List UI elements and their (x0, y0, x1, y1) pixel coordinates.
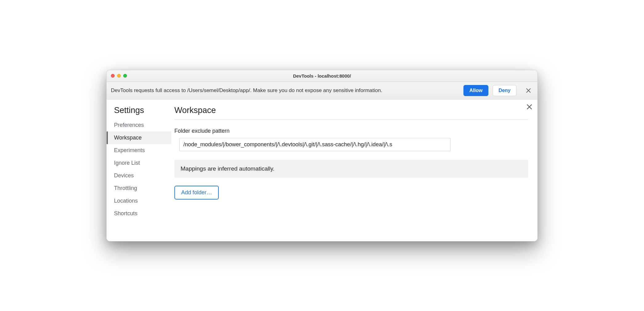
exclude-pattern-label: Folder exclude pattern (174, 128, 528, 134)
close-icon (527, 104, 532, 109)
window-zoom-button[interactable] (123, 74, 127, 78)
settings-nav: Preferences Workspace Experiments Ignore… (107, 119, 171, 220)
sidebar-item-ignore-list[interactable]: Ignore List (107, 157, 171, 169)
infobar-close-button[interactable] (524, 86, 533, 95)
window-minimize-button[interactable] (117, 74, 121, 78)
settings-main: Workspace Folder exclude pattern Mapping… (171, 99, 537, 241)
window-close-button[interactable] (111, 74, 115, 78)
sidebar-item-locations[interactable]: Locations (107, 195, 171, 207)
allow-button[interactable]: Allow (463, 85, 488, 96)
settings-sidebar: Settings Preferences Workspace Experimen… (107, 99, 171, 241)
add-folder-button[interactable]: Add folder… (174, 186, 219, 200)
exclude-pattern-input[interactable] (179, 138, 450, 151)
mappings-info: Mappings are inferred automatically. (174, 160, 528, 178)
infobar-message: DevTools requests full access to /Users/… (111, 87, 459, 94)
sidebar-item-shortcuts[interactable]: Shortcuts (107, 207, 171, 220)
settings-close-button[interactable] (527, 104, 532, 111)
titlebar: DevTools - localhost:8000/ (107, 70, 537, 82)
permission-infobar: DevTools requests full access to /Users/… (107, 82, 537, 99)
page-title: Workspace (174, 106, 528, 120)
sidebar-item-workspace[interactable]: Workspace (107, 131, 171, 144)
sidebar-item-devices[interactable]: Devices (107, 169, 171, 182)
sidebar-item-experiments[interactable]: Experiments (107, 144, 171, 157)
traffic-lights (107, 74, 127, 78)
settings-heading: Settings (107, 106, 171, 119)
sidebar-item-preferences[interactable]: Preferences (107, 119, 171, 131)
sidebar-item-throttling[interactable]: Throttling (107, 182, 171, 195)
deny-button[interactable]: Deny (493, 85, 516, 96)
devtools-window: DevTools - localhost:8000/ DevTools requ… (106, 70, 538, 241)
settings-panel: Settings Preferences Workspace Experimen… (107, 99, 537, 241)
close-icon (526, 88, 531, 93)
window-title: DevTools - localhost:8000/ (107, 73, 537, 79)
